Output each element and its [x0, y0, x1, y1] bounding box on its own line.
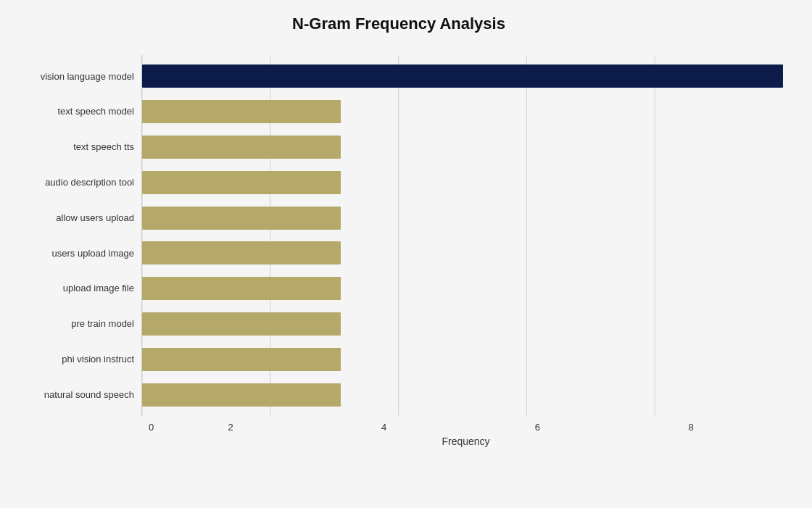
y-label: text speech model: [57, 96, 134, 128]
y-labels: vision language modeltext speech modelte…: [14, 55, 141, 416]
bar: [142, 277, 341, 300]
bar: [142, 383, 341, 407]
y-label: upload image file: [63, 272, 134, 305]
bars-section: vision language modeltext speech modelte…: [14, 55, 783, 416]
bar-row: [142, 166, 783, 199]
y-label: vision language model: [41, 60, 134, 93]
bar: [142, 136, 341, 159]
x-tick: 6: [461, 422, 615, 433]
bar-row: [142, 378, 783, 411]
bar-row: [142, 272, 783, 305]
bar: [142, 241, 341, 265]
chart-area: vision language modeltext speech modelte…: [14, 55, 783, 447]
bar-row: [142, 307, 783, 340]
bar: [142, 312, 341, 336]
x-axis-label: Frequency: [14, 433, 783, 447]
y-label: text speech tts: [73, 130, 134, 163]
chart-container: N-Gram Frequency Analysis vision languag…: [0, 0, 812, 508]
x-tick: 4: [307, 422, 461, 433]
y-label: phi vision instruct: [62, 343, 134, 375]
x-tick: 8: [614, 422, 768, 433]
chart-title: N-Gram Frequency Analysis: [14, 14, 783, 33]
y-label: users upload image: [52, 237, 134, 270]
bar: [142, 207, 341, 230]
bar: [142, 64, 783, 88]
bar: [142, 100, 341, 123]
bar-row: [142, 237, 783, 270]
bar-row: [142, 130, 783, 163]
bar: [142, 171, 341, 194]
bar: [142, 348, 341, 371]
y-label: audio description tool: [45, 166, 134, 199]
x-tick: 0: [149, 422, 154, 433]
x-tick: 2: [154, 422, 307, 433]
bar-row: [142, 96, 783, 128]
bar-row: [142, 201, 783, 234]
y-label: pre train model: [71, 307, 134, 340]
bar-row: [142, 60, 783, 93]
y-label: allow users upload: [56, 201, 134, 234]
bars-and-grid: [141, 55, 783, 416]
x-axis: 02468: [14, 416, 783, 433]
bar-row: [142, 343, 783, 375]
y-label: natural sound speech: [44, 378, 134, 411]
